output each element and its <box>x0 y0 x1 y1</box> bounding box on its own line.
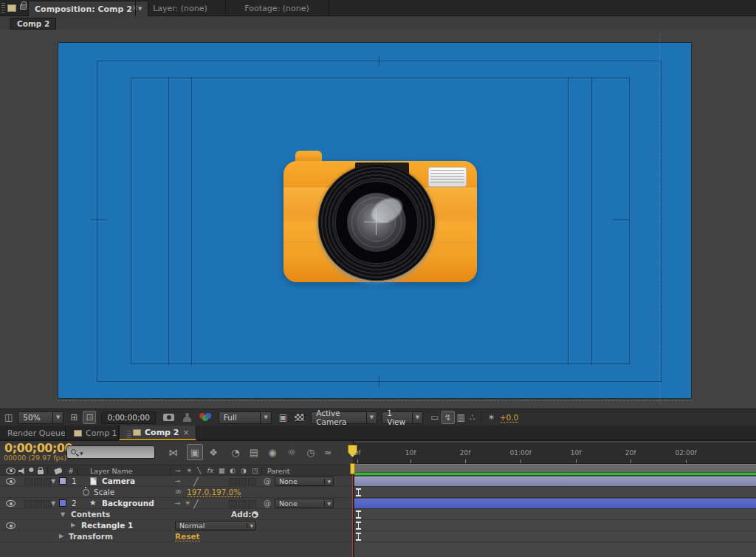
search-input[interactable]: ▼ <box>66 445 155 459</box>
camera-layer-bar[interactable] <box>354 476 756 486</box>
label-color-swatch[interactable] <box>59 477 66 485</box>
transparency-grid-icon[interactable] <box>294 413 305 422</box>
anchor-point-crosshair[interactable] <box>376 210 377 235</box>
tab-composition[interactable]: Composition: Comp 2 ▼ <box>28 1 148 16</box>
view-layout-dropdown[interactable]: 1 View ▼ <box>382 411 423 424</box>
link-dimensions-icon[interactable]: ∞ <box>175 487 182 496</box>
blend-mode-dropdown[interactable]: Normal ▼ <box>175 521 256 530</box>
brainstorm-icon[interactable]: ☼ <box>284 444 300 460</box>
tab-close-icon[interactable]: × <box>182 428 189 437</box>
live-update-icon[interactable]: ▣ <box>187 444 203 460</box>
stopwatch-icon[interactable] <box>83 489 89 496</box>
safe-margins-icon[interactable]: ⊡ <box>83 411 96 424</box>
layer-name-column-label[interactable]: Layer Name <box>90 467 133 475</box>
resolution-dropdown[interactable]: Full ▼ <box>219 411 272 424</box>
toggle-viewer-icon[interactable]: ◫ <box>2 411 15 423</box>
group-name[interactable]: Contents <box>71 510 110 519</box>
work-area-bar[interactable] <box>354 464 756 473</box>
expression-ibeam-icon[interactable] <box>356 522 361 530</box>
comp-breadcrumb[interactable]: Comp 2 <box>10 18 56 30</box>
draft-3d-icon[interactable]: ❖ <box>205 444 221 460</box>
eye-icon[interactable] <box>6 500 16 507</box>
disclosure-triangle[interactable]: ▼ <box>51 478 55 485</box>
parent-dropdown[interactable]: None ▼ <box>275 499 334 508</box>
hide-shy-layers-icon[interactable]: ◔ <box>227 444 244 460</box>
playhead-line[interactable] <box>352 474 353 557</box>
scale-value[interactable]: 197.0,197.0% <box>187 488 241 497</box>
property-row-scale[interactable]: Scale ∞ 197.0,197.0% <box>0 487 354 498</box>
tab-layer[interactable]: Layer: (none) <box>136 0 224 16</box>
track-row-camera[interactable] <box>354 476 756 487</box>
composition-canvas[interactable] <box>58 42 692 399</box>
track-row-transform[interactable] <box>354 531 756 542</box>
exposure-reset-icon[interactable]: ✶ <box>486 411 498 423</box>
layer-name[interactable]: Camera <box>102 476 135 485</box>
panel-drag-handle-icon[interactable] <box>1 3 5 13</box>
lock-icon[interactable] <box>20 4 27 10</box>
show-snapshot-icon[interactable] <box>183 413 190 422</box>
flowchart-icon[interactable]: ∴ <box>467 411 478 423</box>
motion-blur-icon[interactable]: ◉ <box>264 444 281 460</box>
share-view-icon[interactable]: ▭ <box>428 411 441 423</box>
group-row-transform[interactable]: ▶ Transform Reset <box>0 531 354 542</box>
parent-dropdown[interactable]: None ▼ <box>275 476 334 486</box>
group-row-contents[interactable]: ▼ Contents Add: ▶ <box>0 509 354 520</box>
expression-ibeam-icon[interactable] <box>356 533 361 541</box>
grid-options-icon[interactable]: ⊞ <box>68 411 80 423</box>
camera-view-dropdown[interactable]: Active Camera ▼ <box>311 411 377 424</box>
add-shape-button[interactable]: ▶ <box>252 511 258 518</box>
parent-column-label[interactable]: Parent <box>267 467 289 475</box>
snapshot-icon[interactable] <box>163 414 174 421</box>
disclosure-triangle[interactable]: ▼ <box>51 500 55 507</box>
anchor-point-crosshair[interactable] <box>364 222 389 222</box>
fast-previews-icon[interactable]: ↯ <box>441 411 455 424</box>
timeline-nav-icon[interactable]: ▥ <box>455 411 467 423</box>
magnification-dropdown[interactable]: 50% ▼ <box>18 411 63 424</box>
disclosure-triangle[interactable]: ▶ <box>71 522 75 528</box>
eye-icon[interactable] <box>6 522 16 529</box>
track-row-rectangle1[interactable] <box>354 520 756 531</box>
collapse-switch[interactable]: ☀ <box>185 499 190 507</box>
layer-row-background[interactable]: ▼ 2 ★ Background ⊸ ☀ ╱ @ None ▼ <box>0 498 354 509</box>
index-column-label[interactable]: # <box>68 467 74 475</box>
auto-keyframe-icon[interactable]: ◷ <box>303 444 319 460</box>
channel-icon[interactable] <box>199 413 211 422</box>
layer-row-camera[interactable]: ▼ 1 Camera ⊸ ╱ @ None ▼ <box>0 476 354 487</box>
camera-layer-artwork[interactable] <box>284 151 477 288</box>
pickwhip-icon[interactable]: @ <box>264 499 271 508</box>
pickwhip-icon[interactable]: @ <box>264 477 271 485</box>
graph-editor-icon[interactable]: ≈ <box>320 444 336 460</box>
group-name[interactable]: Transform <box>69 532 113 541</box>
tab-footage[interactable]: Footage: (none) <box>226 0 328 16</box>
track-row-scale[interactable] <box>354 487 756 498</box>
exposure-value[interactable]: +0.0 <box>500 413 519 423</box>
label-column-icon[interactable] <box>54 468 63 475</box>
expression-ibeam-icon[interactable] <box>356 510 361 519</box>
tab-comp1[interactable]: Comp 1 <box>74 426 117 440</box>
quality-switch[interactable]: ╱ <box>193 477 199 487</box>
region-of-interest-icon[interactable]: ▣ <box>277 411 289 423</box>
layer-name[interactable]: Background <box>102 499 154 508</box>
shy-switch[interactable]: ⊸ <box>175 499 181 507</box>
solo-column-icon[interactable]: ● <box>29 466 34 473</box>
transform-reset-link[interactable]: Reset <box>175 532 200 541</box>
shy-switch[interactable]: ⊸ <box>175 477 181 485</box>
time-ruler[interactable]: 0f 10f 20f 01:00f 10f 20f 02:00f <box>354 442 756 464</box>
shape-name[interactable]: Rectangle 1 <box>81 521 133 530</box>
property-name[interactable]: Scale <box>94 488 114 496</box>
lock-column-icon[interactable] <box>38 470 44 474</box>
disclosure-triangle[interactable]: ▶ <box>59 533 63 539</box>
audio-column-icon[interactable] <box>18 468 26 474</box>
track-row-background[interactable] <box>354 498 756 509</box>
video-column-icon[interactable] <box>6 468 16 474</box>
background-layer-bar[interactable] <box>354 499 756 508</box>
quality-switch[interactable]: ╱ <box>193 499 199 509</box>
composition-viewer[interactable] <box>0 30 756 409</box>
shape-row-rectangle1[interactable]: ▶ Rectangle 1 Normal ▼ <box>0 520 354 531</box>
preview-timecode[interactable]: 0;00;00;00 <box>101 411 155 424</box>
tab-render-queue[interactable]: Render Queue <box>7 426 66 440</box>
frame-blending-icon[interactable]: ▤ <box>246 444 262 460</box>
playhead-handle[interactable] <box>350 463 355 474</box>
tab-comp2[interactable]: Comp 2 × <box>119 426 196 440</box>
track-row-contents[interactable] <box>354 509 756 520</box>
